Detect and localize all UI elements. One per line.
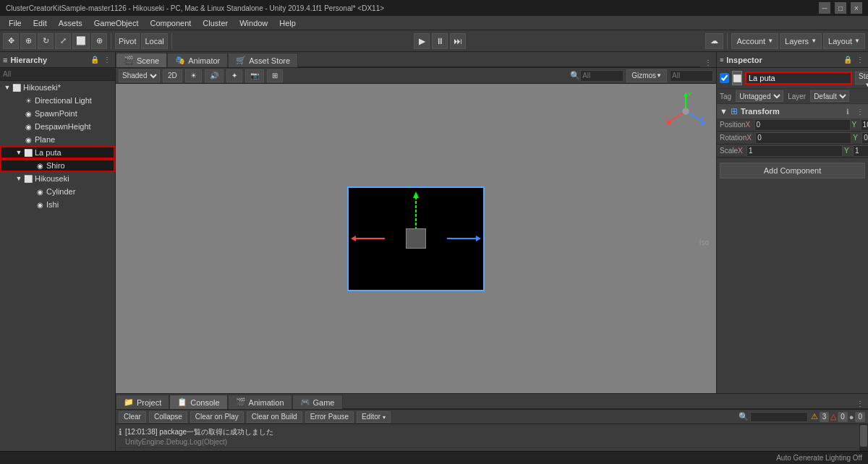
menu-window[interactable]: Window (234, 16, 273, 30)
svg-point-4 (667, 121, 671, 125)
y-label: Y (852, 121, 859, 129)
play-button[interactable]: ▶ (414, 33, 430, 49)
step-button[interactable]: ⏭ (450, 33, 466, 49)
transform-menu-button[interactable]: ⋮ (855, 106, 865, 116)
console-search-input[interactable] (750, 412, 808, 422)
svg-text:Y: Y (688, 91, 692, 98)
clear-button[interactable]: Clear (119, 411, 146, 423)
inspector-menu-button[interactable]: ⋮ (855, 55, 865, 65)
maximize-button[interactable]: □ (835, 2, 846, 14)
tab-scene[interactable]: 🎬 Scene (116, 53, 167, 67)
transform-info-button[interactable]: ℹ (843, 106, 853, 116)
scene-grid-toggle[interactable]: ⊞ (267, 69, 283, 82)
2d-toggle[interactable]: 2D (163, 69, 182, 82)
layers-button[interactable]: Layers ▼ (780, 33, 822, 49)
game-tab-label: Game (313, 398, 335, 407)
scene-viewport[interactable]: Y X Z (116, 84, 716, 393)
tree-item-hikouseki[interactable]: ▼ ⬜ Hikouseki* (0, 81, 115, 94)
shading-dropdown[interactable]: Shaded (119, 69, 160, 82)
hierarchy-search (0, 68, 115, 81)
collapse-button[interactable]: Collapse (149, 411, 187, 423)
object-active-checkbox[interactable] (720, 73, 729, 83)
scene-gizmo[interactable]: Y X Z (665, 91, 706, 132)
tree-item-despawnheight[interactable]: ◉ DespawnHeight (0, 120, 115, 133)
pivot-button[interactable]: Pivot (115, 33, 140, 49)
svg-point-9 (682, 108, 689, 114)
scene-fx-toggle[interactable]: ✦ (226, 69, 242, 82)
menu-assets[interactable]: Assets (53, 16, 88, 30)
tree-item-spawnpoint[interactable]: ◉ SpawnPoint (0, 107, 115, 120)
rotation-x-input[interactable] (755, 132, 851, 144)
tab-animator[interactable]: 🎭 Animator (167, 53, 228, 67)
tab-asset-store[interactable]: 🛒 Asset Store (228, 53, 298, 67)
static-dropdown-button[interactable]: Static ▼ (855, 72, 868, 85)
tree-item-cylinder[interactable]: ◉ Cylinder (0, 185, 115, 198)
clear-on-build-button[interactable]: Clear on Build (247, 411, 302, 423)
tab-animation[interactable]: 🎬 Animation (228, 395, 292, 409)
tool-rotate[interactable]: ↻ (38, 33, 54, 49)
scene-audio-toggle[interactable]: 🔊 (205, 69, 224, 82)
console-log[interactable]: ℹ [12:01:38] package一覧の取得に成功しました UnityEn… (116, 424, 859, 451)
pause-button[interactable]: ⏸ (432, 33, 448, 49)
tree-item-hikouseki2[interactable]: ▼ ⬜ Hikouseki (0, 172, 115, 185)
scale-x-input[interactable] (746, 145, 843, 157)
hierarchy-lock-button[interactable]: 🔒 (90, 55, 100, 65)
tree-item-la-puta[interactable]: ▼ ⬜ La puta (0, 146, 115, 159)
menu-edit[interactable]: Edit (27, 16, 53, 30)
console-scrollbar[interactable] (859, 424, 868, 451)
editor-dropdown-button[interactable]: Editor ▾ (357, 411, 391, 423)
local-button[interactable]: Local (141, 33, 167, 49)
scene-view-toggle[interactable]: 📷 (245, 69, 264, 82)
layer-select[interactable]: Default (810, 90, 849, 102)
tree-item-shiro[interactable]: ◉ Shiro (0, 159, 115, 172)
menu-cluster[interactable]: Cluster (197, 16, 234, 30)
rotation-x-field: X (746, 132, 851, 144)
scale-x-field: X (738, 145, 843, 157)
scene-search-icon: 🔍 (570, 71, 580, 80)
transform-component: ▼ ⊞ Transform ℹ ⋮ Position (717, 104, 868, 158)
log-text-1: [12:01:38] package一覧の取得に成功しました UnityEngi… (125, 427, 273, 446)
cloud-button[interactable]: ☁ (705, 33, 723, 49)
warning-count: 3 (820, 412, 830, 422)
layout-button[interactable]: Layout ▼ (823, 33, 865, 49)
close-button[interactable]: × (851, 2, 862, 14)
scene-filter-input[interactable] (670, 70, 713, 82)
tool-move[interactable]: ⊕ (20, 33, 36, 49)
bottom-menu-button[interactable]: ⋮ (855, 398, 865, 408)
gizmos-dropdown[interactable]: Gizmos ▼ (626, 69, 667, 82)
position-y-input[interactable] (861, 119, 868, 131)
tool-hand[interactable]: ✥ (3, 33, 19, 49)
scene-light-toggle[interactable]: ☀ (185, 69, 202, 82)
tool-scale[interactable]: ⤢ (55, 33, 71, 49)
inspector-lock-button[interactable]: 🔒 (843, 55, 853, 65)
menu-gameobject[interactable]: GameObject (88, 16, 145, 30)
hierarchy-search-input[interactable] (3, 70, 112, 78)
menu-component[interactable]: Component (144, 16, 197, 30)
account-button[interactable]: Account ▼ (731, 33, 778, 49)
menu-file[interactable]: File (3, 16, 27, 30)
tree-item-plane[interactable]: ◉ Plane (0, 133, 115, 146)
menu-help[interactable]: Help (273, 16, 302, 30)
tool-multi[interactable]: ⊕ (91, 33, 107, 49)
error-pause-button[interactable]: Error Pause (305, 411, 354, 423)
position-x-input[interactable] (754, 119, 851, 131)
object-name-input[interactable] (745, 72, 852, 85)
tag-select[interactable]: Untagged (736, 90, 783, 102)
minimize-button[interactable]: ─ (819, 2, 830, 14)
tree-item-directional-light[interactable]: ☀ Directional Light (0, 94, 115, 107)
hierarchy-menu-button[interactable]: ⋮ (102, 55, 112, 65)
add-component-button[interactable]: Add Component (720, 163, 865, 179)
transform-header[interactable]: ▼ ⊞ Transform ℹ ⋮ (717, 104, 868, 119)
asset-store-tab-icon: 🛒 (236, 56, 246, 65)
tab-console[interactable]: 📋 Console (169, 395, 227, 409)
scene-search-input[interactable] (580, 70, 624, 82)
scene-lock-button[interactable]: ⋮ (703, 57, 713, 67)
clear-on-play-button[interactable]: Clear on Play (190, 411, 244, 423)
tree-item-ishi[interactable]: ◉ Ishi (0, 198, 115, 211)
app: ClusterCreatorKitSample-master1126 - Hik… (0, 0, 868, 464)
tab-game[interactable]: 🎮 Game (292, 395, 343, 409)
tool-rect[interactable]: ⬜ (72, 33, 90, 49)
tab-project[interactable]: 📁 Project (116, 395, 169, 409)
rotation-y-input[interactable] (861, 132, 868, 144)
scale-y-input[interactable] (853, 145, 868, 157)
